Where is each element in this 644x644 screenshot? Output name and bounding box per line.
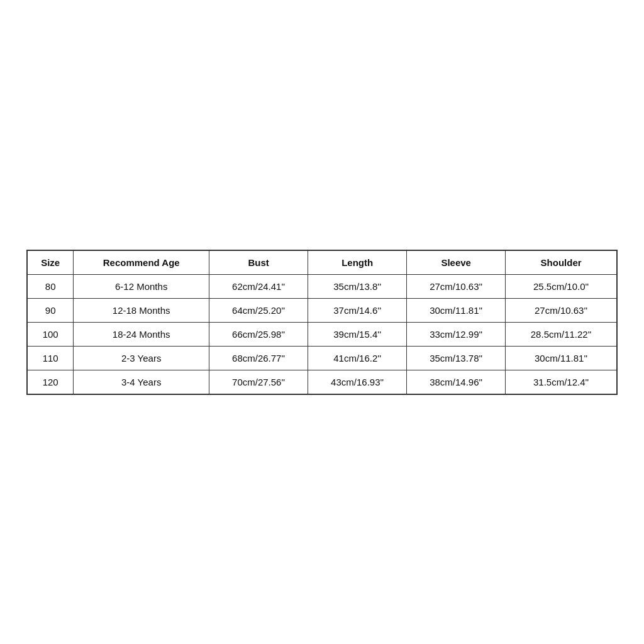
size-chart-container: Size Recommend Age Bust Length Sleeve Sh… bbox=[26, 250, 618, 395]
shoulder-cell: 25.5cm/10.0'' bbox=[506, 274, 617, 298]
age-cell: 6-12 Months bbox=[74, 274, 209, 298]
age-cell: 2-3 Years bbox=[74, 346, 209, 370]
table-row: 9012-18 Months64cm/25.20''37cm/14.6''30c… bbox=[27, 298, 617, 322]
shoulder-cell: 27cm/10.63'' bbox=[506, 298, 617, 322]
col-header-recommend-age: Recommend Age bbox=[74, 250, 209, 275]
size-cell: 120 bbox=[27, 370, 74, 394]
bust-cell: 62cm/24.41'' bbox=[209, 274, 308, 298]
table-row: 1102-3 Years68cm/26.77''41cm/16.2''35cm/… bbox=[27, 346, 617, 370]
age-cell: 18-24 Months bbox=[74, 322, 209, 346]
table-row: 10018-24 Months66cm/25.98''39cm/15.4''33… bbox=[27, 322, 617, 346]
size-cell: 80 bbox=[27, 274, 74, 298]
bust-cell: 68cm/26.77'' bbox=[209, 346, 308, 370]
bust-cell: 64cm/25.20'' bbox=[209, 298, 308, 322]
sleeve-cell: 35cm/13.78'' bbox=[407, 346, 506, 370]
sleeve-cell: 27cm/10.63'' bbox=[407, 274, 506, 298]
bust-cell: 66cm/25.98'' bbox=[209, 322, 308, 346]
sleeve-cell: 30cm/11.81'' bbox=[407, 298, 506, 322]
size-cell: 90 bbox=[27, 298, 74, 322]
length-cell: 43cm/16.93'' bbox=[308, 370, 407, 394]
age-cell: 3-4 Years bbox=[74, 370, 209, 394]
length-cell: 41cm/16.2'' bbox=[308, 346, 407, 370]
length-cell: 37cm/14.6'' bbox=[308, 298, 407, 322]
bust-cell: 70cm/27.56'' bbox=[209, 370, 308, 394]
length-cell: 35cm/13.8'' bbox=[308, 274, 407, 298]
col-header-length: Length bbox=[308, 250, 407, 275]
length-cell: 39cm/15.4'' bbox=[308, 322, 407, 346]
shoulder-cell: 28.5cm/11.22'' bbox=[506, 322, 617, 346]
table-row: 1203-4 Years70cm/27.56''43cm/16.93''38cm… bbox=[27, 370, 617, 394]
size-chart-table: Size Recommend Age Bust Length Sleeve Sh… bbox=[26, 250, 618, 395]
col-header-sleeve: Sleeve bbox=[407, 250, 506, 275]
shoulder-cell: 30cm/11.81'' bbox=[506, 346, 617, 370]
size-cell: 100 bbox=[27, 322, 74, 346]
col-header-size: Size bbox=[27, 250, 74, 275]
age-cell: 12-18 Months bbox=[74, 298, 209, 322]
col-header-shoulder: Shoulder bbox=[506, 250, 617, 275]
shoulder-cell: 31.5cm/12.4'' bbox=[506, 370, 617, 394]
table-header-row: Size Recommend Age Bust Length Sleeve Sh… bbox=[27, 250, 617, 275]
sleeve-cell: 33cm/12.99'' bbox=[407, 322, 506, 346]
col-header-bust: Bust bbox=[209, 250, 308, 275]
table-row: 806-12 Months62cm/24.41''35cm/13.8''27cm… bbox=[27, 274, 617, 298]
sleeve-cell: 38cm/14.96'' bbox=[407, 370, 506, 394]
size-cell: 110 bbox=[27, 346, 74, 370]
